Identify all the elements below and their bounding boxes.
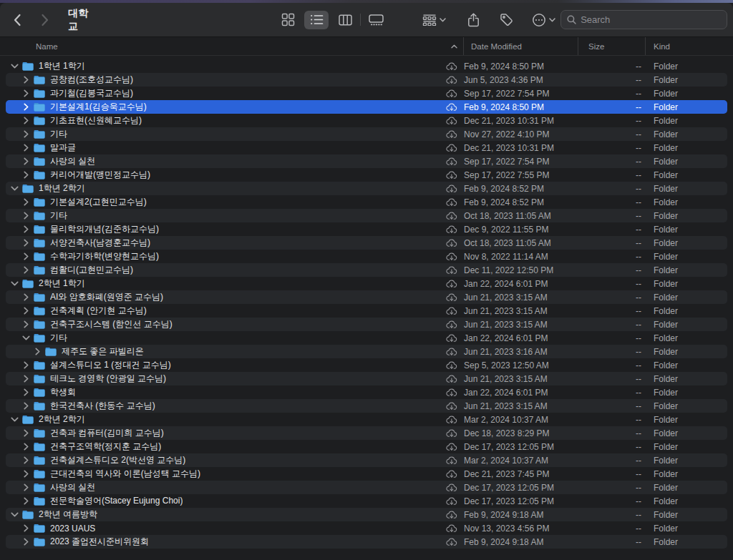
disclosure-chevron-icon[interactable] [20, 334, 31, 342]
icloud-download-icon[interactable] [442, 89, 464, 98]
table-row[interactable]: 서양건축사(남경훈교수님) Oct 18, 2023 11:05 AM -- F… [6, 236, 727, 250]
disclosure-chevron-icon[interactable] [9, 416, 20, 423]
table-row[interactable]: 컴활디(고현민교수님) Dec 11, 2022 12:50 PM -- Fol… [6, 263, 727, 277]
icloud-download-icon[interactable] [442, 170, 464, 180]
table-row[interactable]: 말과글 Dec 21, 2023 10:31 PM -- Folder [6, 141, 727, 154]
icloud-download-icon[interactable] [442, 496, 464, 506]
icloud-download-icon[interactable] [442, 116, 464, 125]
icloud-download-icon[interactable] [442, 374, 464, 383]
disclosure-chevron-icon[interactable] [20, 130, 31, 138]
tag-button[interactable] [494, 11, 518, 29]
more-actions-button[interactable] [527, 11, 560, 29]
icloud-download-icon[interactable] [442, 524, 464, 533]
table-row[interactable]: 2학년 1학기 Jan 22, 2024 6:01 PM -- Folder [6, 277, 727, 290]
disclosure-chevron-icon[interactable] [20, 470, 31, 478]
disclosure-chevron-icon[interactable] [20, 361, 31, 369]
table-row[interactable]: 건축구조역학(정지훈 교수님) Dec 17, 2023 12:05 PM --… [6, 440, 727, 453]
table-row[interactable]: 근대건축의 역사와 이론(남성택 교수님) Dec 21, 2023 7:45 … [6, 467, 727, 481]
table-row[interactable]: 2학년 여름방학 Feb 9, 2024 9:18 AM -- Folder [6, 508, 727, 521]
table-row[interactable]: 1학년 2학기 Feb 9, 2024 8:52 PM -- Folder [6, 182, 727, 195]
column-header-kind[interactable]: Kind [646, 37, 733, 55]
icloud-download-icon[interactable] [442, 442, 464, 451]
disclosure-chevron-icon[interactable] [20, 225, 31, 233]
icloud-download-icon[interactable] [442, 360, 464, 370]
group-by-button[interactable] [417, 11, 451, 29]
disclosure-chevron-icon[interactable] [20, 483, 31, 491]
disclosure-chevron-icon[interactable] [20, 198, 31, 206]
table-row[interactable]: 건축구조시스템 (함인선 교수님) Jun 21, 2023 3:15 AM -… [6, 318, 727, 331]
search-input[interactable] [581, 14, 717, 25]
table-row[interactable]: 기본설계1(김승욱교수님) Feb 9, 2024 8:50 PM -- Fol… [6, 100, 727, 114]
icloud-download-icon[interactable] [442, 157, 464, 166]
disclosure-chevron-icon[interactable] [20, 157, 31, 165]
disclosure-chevron-icon[interactable] [20, 239, 31, 247]
icloud-download-icon[interactable] [442, 333, 464, 343]
disclosure-chevron-icon[interactable] [20, 375, 31, 383]
column-header-date-modified[interactable]: Date Modified [464, 37, 578, 55]
disclosure-chevron-icon[interactable] [20, 388, 31, 396]
disclosure-chevron-icon[interactable] [20, 76, 31, 84]
table-row[interactable]: 전문학술영어(Stacey Eujung Choi) Dec 17, 2023 … [6, 494, 727, 508]
icloud-download-icon[interactable] [442, 62, 464, 71]
icloud-download-icon[interactable] [442, 225, 464, 234]
icloud-download-icon[interactable] [442, 388, 464, 397]
icloud-download-icon[interactable] [442, 129, 464, 139]
disclosure-chevron-icon[interactable] [9, 511, 20, 519]
table-row[interactable]: 2학년 2학기 Mar 2, 2024 10:37 AM -- Folder [6, 413, 727, 426]
disclosure-chevron-icon[interactable] [20, 538, 31, 546]
icon-view-button[interactable] [276, 11, 300, 29]
table-row[interactable]: 설계스튜디오 1 (정대건 교수님) Sep 5, 2023 12:50 AM … [6, 358, 727, 372]
table-row[interactable]: 기본설계2(고현민교수님) Feb 9, 2024 8:52 PM -- Fol… [6, 195, 727, 209]
table-row[interactable]: 사랑의 실천 Sep 17, 2022 7:54 PM -- Folder [6, 154, 727, 168]
table-row[interactable]: 기초표현(신원혜교수님) Dec 21, 2023 10:31 PM -- Fo… [6, 114, 727, 127]
icloud-download-icon[interactable] [442, 306, 464, 315]
table-row[interactable]: 기타 Oct 18, 2023 11:05 AM -- Folder [6, 209, 727, 222]
back-button[interactable] [9, 11, 26, 29]
disclosure-chevron-icon[interactable] [9, 280, 20, 288]
disclosure-chevron-icon[interactable] [31, 348, 43, 355]
icloud-download-icon[interactable] [442, 537, 464, 546]
table-row[interactable]: 수학과기하학(변양현교수님) Nov 8, 2022 11:14 AM -- F… [6, 250, 727, 263]
icloud-download-icon[interactable] [442, 143, 464, 152]
icloud-download-icon[interactable] [442, 401, 464, 411]
icloud-download-icon[interactable] [442, 252, 464, 261]
table-row[interactable]: 건축계획 (안기현 교수님) Jun 21, 2023 3:15 AM -- F… [6, 304, 727, 318]
disclosure-chevron-icon[interactable] [20, 117, 31, 124]
table-row[interactable]: 기타 Jan 22, 2024 6:01 PM -- Folder [6, 331, 727, 345]
disclosure-chevron-icon[interactable] [20, 307, 31, 315]
icloud-download-icon[interactable] [442, 469, 464, 478]
icloud-download-icon[interactable] [442, 238, 464, 247]
icloud-download-icon[interactable] [442, 415, 464, 424]
disclosure-chevron-icon[interactable] [20, 171, 31, 179]
table-row[interactable]: 학생회 Jan 22, 2024 6:01 PM -- Folder [6, 385, 727, 399]
icloud-download-icon[interactable] [442, 347, 464, 356]
disclosure-chevron-icon[interactable] [20, 320, 31, 328]
icloud-download-icon[interactable] [442, 75, 464, 84]
icloud-download-icon[interactable] [442, 456, 464, 465]
table-row[interactable]: 기타 Nov 27, 2022 4:10 PM -- Folder [6, 127, 727, 141]
disclosure-chevron-icon[interactable] [20, 266, 31, 274]
disclosure-chevron-icon[interactable] [20, 103, 31, 111]
icloud-download-icon[interactable] [442, 320, 464, 329]
disclosure-chevron-icon[interactable] [20, 497, 31, 505]
table-row[interactable]: 물리학의개념(김준하교수님) Dec 9, 2022 11:55 PM -- F… [6, 222, 727, 236]
icloud-download-icon[interactable] [442, 211, 464, 220]
icloud-download-icon[interactable] [442, 483, 464, 492]
disclosure-chevron-icon[interactable] [20, 293, 31, 301]
table-row[interactable]: 테크노 경영학 (안광일 교수님) Jun 21, 2023 3:15 AM -… [6, 372, 727, 385]
disclosure-chevron-icon[interactable] [20, 89, 31, 97]
icloud-download-icon[interactable] [442, 184, 464, 193]
forward-button[interactable] [37, 11, 54, 29]
table-row[interactable]: 사랑의 실천 Dec 17, 2023 12:05 PM -- Folder [6, 481, 727, 494]
table-row[interactable]: 공창컴(조호성교수님) Jun 5, 2023 4:36 PM -- Folde… [6, 73, 727, 87]
disclosure-chevron-icon[interactable] [20, 456, 31, 464]
list-view-button[interactable] [304, 11, 329, 29]
table-row[interactable]: 커리어개발(맹민정교수님) Sep 17, 2022 7:55 PM -- Fo… [6, 168, 727, 182]
disclosure-chevron-icon[interactable] [20, 252, 31, 260]
table-row[interactable]: 건축과 컴퓨터(김미희 교수님) Dec 18, 2023 8:29 PM --… [6, 426, 727, 440]
icloud-download-icon[interactable] [442, 428, 464, 438]
table-row[interactable]: AI와 암호화폐(원영준 교수님) Jun 21, 2023 3:15 AM -… [6, 290, 727, 304]
disclosure-chevron-icon[interactable] [20, 402, 31, 410]
table-row[interactable]: 과기철(김봉국교수님) Sep 17, 2022 7:54 PM -- Fold… [6, 87, 727, 100]
disclosure-chevron-icon[interactable] [9, 62, 20, 70]
